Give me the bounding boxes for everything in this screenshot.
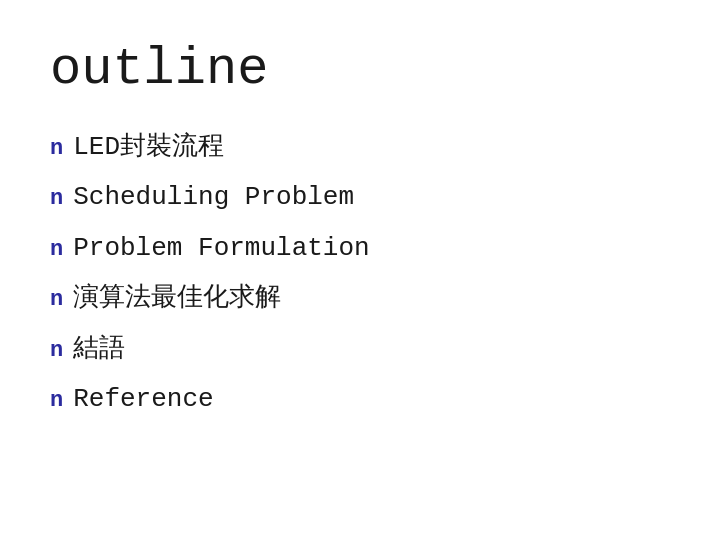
list-item: n LED封裝流程 (50, 129, 670, 165)
bullet-2: n (50, 184, 63, 215)
item-text-4: 演算法最佳化求解 (73, 280, 281, 316)
slide-container: outline n LED封裝流程 n Scheduling Problem n… (0, 0, 720, 540)
item-text-5: 結語 (73, 331, 125, 367)
item-text-1: LED封裝流程 (73, 129, 224, 165)
bullet-4: n (50, 285, 63, 316)
slide-title: outline (50, 40, 670, 99)
item-text-6: Reference (73, 381, 213, 417)
list-item: n Reference (50, 381, 670, 417)
item-text-2: Scheduling Problem (73, 179, 354, 215)
bullet-3: n (50, 235, 63, 266)
item-text-3: Problem Formulation (73, 230, 369, 266)
list-item: n Problem Formulation (50, 230, 670, 266)
bullet-6: n (50, 386, 63, 417)
bullet-5: n (50, 336, 63, 367)
list-item: n 演算法最佳化求解 (50, 280, 670, 316)
list-item: n Scheduling Problem (50, 179, 670, 215)
bullet-1: n (50, 134, 63, 165)
outline-list: n LED封裝流程 n Scheduling Problem n Problem… (50, 129, 670, 417)
list-item: n 結語 (50, 331, 670, 367)
